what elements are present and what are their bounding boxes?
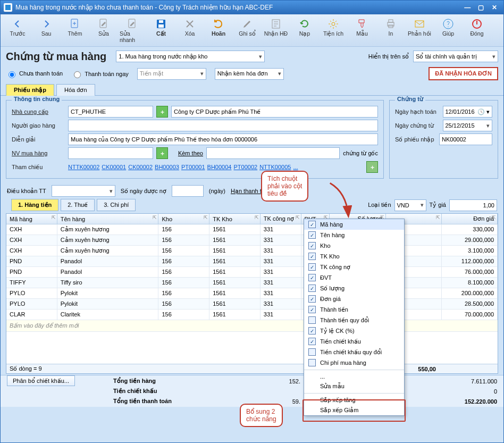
minimize-button[interactable]: —: [461, 4, 473, 11]
context-menu-item[interactable]: ...: [304, 372, 404, 381]
grid-header-cell[interactable]: Đơn giá⇱: [442, 214, 498, 224]
grid-cell[interactable]: 1561: [209, 246, 261, 256]
add-staff-button[interactable]: ＋: [156, 147, 168, 159]
ref-link[interactable]: NTTK00005: [259, 164, 291, 170]
grid-cell[interactable]: 330,000: [442, 224, 498, 235]
toolbar-post-button[interactable]: Ghi sổ: [233, 16, 261, 44]
context-menu-item[interactable]: ✓Kho: [304, 240, 404, 251]
context-menu-item[interactable]: ✓Đơn giá: [304, 294, 404, 304]
grid-cell[interactable]: Pylokit: [57, 288, 159, 299]
table-row[interactable]: PNDPanadol1561561331200,00112.000,000: [6, 256, 498, 267]
grid-cell[interactable]: 331: [261, 310, 301, 320]
desc-input[interactable]: [68, 133, 378, 145]
pay-method-select[interactable]: Tiền mặt▾: [137, 68, 206, 80]
context-menu-item[interactable]: Thành tiền quy đổi: [304, 315, 404, 325]
context-menu-item[interactable]: Sửa mẫu: [304, 381, 404, 391]
add-ref-button[interactable]: ＋: [366, 161, 378, 173]
grid-cell[interactable]: 156: [158, 256, 209, 267]
grid-cell[interactable]: 1561: [209, 224, 261, 235]
received-invoice-button[interactable]: ĐÃ NHẬN HÓA ĐƠN: [429, 67, 498, 80]
toolbar-invoice-button[interactable]: Nhận HĐ: [262, 16, 290, 44]
grid-cell[interactable]: 70.000,000: [442, 310, 498, 320]
grid-cell[interactable]: 1561: [209, 256, 261, 267]
attach-input[interactable]: [206, 147, 340, 159]
table-row[interactable]: CXHCảm xuyên hương1561561331000,00330,00…: [6, 224, 498, 235]
toolbar-next-button[interactable]: Sau: [32, 16, 60, 44]
receive-invoice-select[interactable]: Nhận kèm hóa đơn▾: [215, 68, 284, 80]
days-input[interactable]: [172, 185, 204, 197]
grid-cell[interactable]: 156: [158, 310, 209, 320]
grid-header-cell[interactable]: Mã hàng⇱: [6, 214, 57, 224]
tab-chi-phi[interactable]: 3. Chi phí: [97, 199, 136, 211]
grid-cell[interactable]: 156: [158, 288, 209, 299]
ref-link[interactable]: CK00001: [102, 164, 126, 170]
toolbar-delete-button[interactable]: Xóa: [176, 16, 204, 44]
toolbar-close-button[interactable]: Đóng: [463, 16, 491, 44]
supplier-name-input[interactable]: [171, 106, 378, 118]
grid-cell[interactable]: 331: [261, 235, 301, 246]
grid-cell[interactable]: 331: [261, 246, 301, 256]
toolbar-print-button[interactable]: In: [377, 16, 405, 44]
grid-add-row[interactable]: Bấm vào đây để thêm mới: [6, 320, 498, 332]
context-menu-item[interactable]: ✓Tỷ lệ CK (%): [304, 325, 404, 336]
toolbar-refresh-button[interactable]: Nạp: [291, 16, 318, 44]
grid-cell[interactable]: 1561: [209, 278, 261, 288]
grid-cell[interactable]: 8.100,000: [442, 278, 498, 288]
toolbar-add-button[interactable]: Thêm: [61, 16, 89, 44]
grid-cell[interactable]: 1561: [209, 310, 261, 320]
toolbar-back-button[interactable]: Trước: [4, 16, 31, 44]
context-menu-item[interactable]: ✓Tên hàng: [304, 230, 404, 240]
date-post-input[interactable]: 12/01/2016🕓 ▾: [443, 106, 493, 118]
radio-paynow[interactable]: Thanh toán ngay: [71, 70, 129, 78]
context-menu-item[interactable]: Tiền chiết khấu quy đổi: [304, 347, 404, 357]
grid-cell[interactable]: Cảm xuyên hương: [57, 246, 159, 256]
grid-cell[interactable]: Tiffy siro: [57, 278, 159, 288]
table-row[interactable]: PYLOPylokit1561561331500,0028.500,000: [6, 299, 498, 310]
tab-hoa-don[interactable]: Hóa đơn: [56, 84, 95, 96]
date-doc-input[interactable]: 25/12/2015▾: [443, 120, 493, 131]
grid-cell[interactable]: 3.100,000: [442, 246, 498, 256]
context-menu-item[interactable]: ✓Tiền chiết khấu: [304, 336, 404, 347]
supplier-code-input[interactable]: [68, 106, 153, 118]
ref-link[interactable]: PT00002: [233, 164, 257, 170]
ref-link[interactable]: ...: [293, 164, 298, 170]
grid-cell[interactable]: CXH: [6, 235, 57, 246]
allocate-discount-button[interactable]: Phân bổ chiết khấu...: [7, 375, 75, 386]
grid-header-cell[interactable]: TK Kho⇱: [209, 214, 261, 224]
grid-cell[interactable]: Panadol: [57, 256, 159, 267]
grid-cell[interactable]: 156: [158, 267, 209, 278]
grid-header-cell[interactable]: Tên hàng⇱: [57, 214, 159, 224]
tab-thue[interactable]: 2. Thuế: [61, 199, 95, 211]
grid-cell[interactable]: Panadol: [57, 267, 159, 278]
grid-cell[interactable]: 156: [158, 278, 209, 288]
ref-link[interactable]: CK00002: [128, 164, 153, 170]
grid-cell[interactable]: 1561: [209, 235, 261, 246]
table-row[interactable]: CXHCảm xuyên hương1561561331000,0029.000…: [6, 235, 498, 246]
grid-cell[interactable]: 331: [261, 299, 301, 310]
toolbar-feedback-button[interactable]: Phản hồi: [406, 16, 433, 44]
grid-cell[interactable]: PYLO: [6, 288, 57, 299]
table-row[interactable]: TIFFYTiffy siro1561561331500,008.100,000: [6, 278, 498, 288]
ref-link[interactable]: BH00004: [207, 164, 232, 170]
grid-cell[interactable]: 28.500,000: [442, 299, 498, 310]
voucher-no-input[interactable]: [439, 133, 492, 145]
maximize-button[interactable]: ▢: [475, 4, 487, 11]
grid-header-row[interactable]: Mã hàng⇱Tên hàng⇱Kho⇱TK Kho⇱TK công nợ⇱Đ…: [6, 214, 498, 224]
display-book-select[interactable]: Sổ tài chính và quản trị ▾: [413, 51, 498, 62]
grid-header-cell[interactable]: TK công nợ⇱: [261, 214, 301, 224]
table-row[interactable]: PYLOPylokit1561561331500,00200.000,000: [6, 288, 498, 299]
grid-cell[interactable]: PND: [6, 267, 57, 278]
close-window-button[interactable]: ✕: [489, 4, 500, 11]
grid-cell[interactable]: CXH: [6, 224, 57, 235]
grid-cell[interactable]: 331: [261, 278, 301, 288]
table-row[interactable]: CXHCảm xuyên hương1561561331000,003.100,…: [6, 246, 498, 256]
staff-input[interactable]: [68, 147, 153, 159]
grid-header-cell[interactable]: Kho⇱: [158, 214, 209, 224]
grid-cell[interactable]: 29.000,000: [442, 235, 498, 246]
supplier-label[interactable]: Nhà cung cấp: [12, 108, 65, 115]
grid-cell[interactable]: 112.000,000: [442, 256, 498, 267]
context-menu-item[interactable]: ✓TK Kho: [304, 251, 404, 262]
radio-unpaid[interactable]: Chưa thanh toán: [6, 70, 63, 78]
grid-cell[interactable]: 1561: [209, 288, 261, 299]
grid-cell[interactable]: 331: [261, 288, 301, 299]
